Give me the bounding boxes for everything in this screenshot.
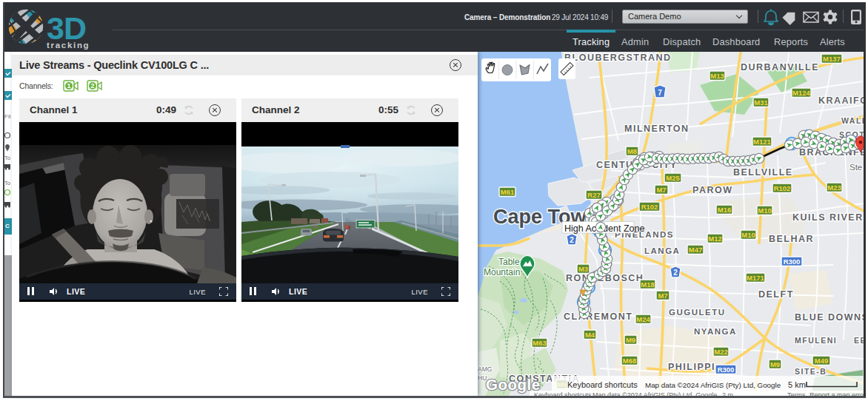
svg-text:Keyboard shortcuts: Keyboard shortcuts xyxy=(534,391,592,396)
svg-text:M16: M16 xyxy=(718,206,731,214)
svg-text:M25: M25 xyxy=(666,174,680,182)
svg-text:M9: M9 xyxy=(626,336,635,344)
svg-text:2: 2 xyxy=(570,236,574,244)
svg-text:Ste: Ste xyxy=(849,163,862,172)
svg-text:M23: M23 xyxy=(827,183,841,192)
svg-text:Mountain: Mountain xyxy=(484,267,520,277)
svg-text:M10: M10 xyxy=(758,206,771,215)
svg-text:Table: Table xyxy=(498,257,520,267)
svg-text:M12: M12 xyxy=(708,235,721,243)
svg-text:Map data ©2024 AfriGIS (Pty) L: Map data ©2024 AfriGIS (Pty) Ltd, Google xyxy=(592,391,717,396)
svg-text:R300: R300 xyxy=(718,365,735,374)
svg-text:M13: M13 xyxy=(710,72,724,80)
svg-text:M9: M9 xyxy=(770,360,780,368)
svg-text:PHILIPPI: PHILIPPI xyxy=(668,362,715,372)
svg-text:M10: M10 xyxy=(741,231,755,239)
svg-text:M61: M61 xyxy=(501,188,515,196)
svg-text:M22: M22 xyxy=(714,348,727,356)
svg-text:MFULENI: MFULENI xyxy=(795,336,837,345)
svg-text:DELFT: DELFT xyxy=(758,289,794,300)
svg-text:C: C xyxy=(5,223,10,229)
svg-text:Keyboard shortcuts: Keyboard shortcuts xyxy=(567,380,638,389)
svg-text:M121: M121 xyxy=(753,138,771,146)
svg-text:WALLA: WALLA xyxy=(841,116,864,125)
svg-text:NYANGA: NYANGA xyxy=(694,327,737,336)
svg-text:M63: M63 xyxy=(533,339,546,347)
svg-text:BELLVILLE: BELLVILLE xyxy=(733,167,793,178)
svg-text:M31: M31 xyxy=(754,98,768,107)
svg-text:M24: M24 xyxy=(636,315,650,323)
svg-text:BLOUBERGSTRAND: BLOUBERGSTRAND xyxy=(564,53,672,63)
svg-text:M137: M137 xyxy=(823,55,841,63)
svg-text:AMG: AMG xyxy=(478,365,492,373)
svg-text:M18: M18 xyxy=(641,280,654,289)
svg-text:DURBANVILLE: DURBANVILLE xyxy=(741,62,819,73)
svg-text:M7: M7 xyxy=(656,186,666,194)
svg-text:M171: M171 xyxy=(747,274,764,282)
svg-text:EER: EER xyxy=(854,336,864,345)
svg-text:M4: M4 xyxy=(585,331,595,339)
svg-text:BLUE DOWNS: BLUE DOWNS xyxy=(795,312,864,323)
svg-text:CLAREMONT: CLAREMONT xyxy=(564,311,632,322)
svg-text:M8: M8 xyxy=(627,147,637,155)
svg-text:PAROW: PAROW xyxy=(692,185,733,195)
svg-text:KRAAIFON: KRAAIFON xyxy=(818,95,864,106)
svg-text:Report a map error: Report a map error xyxy=(809,391,864,396)
svg-text:M124: M124 xyxy=(792,89,810,97)
svg-text:Terms: Terms xyxy=(787,391,806,396)
svg-text:KUILS RIVER: KUILS RIVER xyxy=(792,212,864,223)
svg-text:M47: M47 xyxy=(689,246,702,254)
svg-text:M49: M49 xyxy=(815,357,828,365)
svg-text:M7: M7 xyxy=(658,292,667,300)
svg-text:To: To xyxy=(4,155,10,161)
svg-text:GUGULETU: GUGULETU xyxy=(669,308,726,317)
svg-text:1: 1 xyxy=(67,82,70,90)
svg-text:M3: M3 xyxy=(578,265,588,273)
svg-text:7: 7 xyxy=(658,89,662,97)
svg-text:To: To xyxy=(4,180,10,186)
svg-text:Fil: Fil xyxy=(4,113,11,120)
svg-text:2 m: 2 m xyxy=(722,391,733,396)
svg-text:2: 2 xyxy=(90,82,94,90)
svg-text:5 km: 5 km xyxy=(788,380,806,389)
svg-text:M68: M68 xyxy=(623,357,636,365)
svg-text:2: 2 xyxy=(673,269,678,277)
svg-text:SITE-B: SITE-B xyxy=(795,367,827,376)
svg-text:R300: R300 xyxy=(784,257,801,266)
svg-text:R102: R102 xyxy=(641,203,658,211)
svg-text:R102: R102 xyxy=(774,184,791,192)
svg-text:Google: Google xyxy=(486,376,541,393)
svg-text:MILNERTON: MILNERTON xyxy=(624,124,690,134)
svg-text:Map data ©2024 AfriGIS (Pty) L: Map data ©2024 AfriGIS (Pty) Ltd, Google xyxy=(645,381,781,389)
svg-text:BELHAR: BELHAR xyxy=(769,234,814,244)
svg-text:LANGA: LANGA xyxy=(644,246,680,255)
svg-text:R27: R27 xyxy=(587,191,600,199)
